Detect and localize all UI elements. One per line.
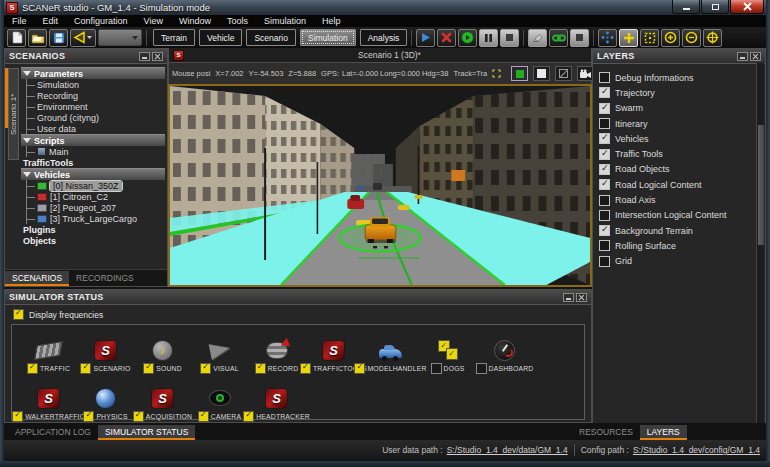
layer-checkbox[interactable]	[599, 103, 610, 114]
layer-checkbox[interactable]	[599, 240, 610, 251]
module-checkbox[interactable]	[354, 363, 365, 374]
module-checkbox[interactable]	[83, 411, 94, 422]
collapse-triangle-icon[interactable]	[23, 71, 31, 76]
layer-checkbox[interactable]	[599, 225, 610, 236]
module-checkbox[interactable]	[27, 363, 38, 374]
panel-minimize-icon[interactable]	[563, 293, 574, 302]
menu-help[interactable]: Help	[314, 15, 349, 27]
save-button[interactable]	[49, 29, 68, 47]
maximize-button[interactable]	[701, 0, 729, 14]
menu-configuration[interactable]: Configuration	[66, 15, 136, 27]
module-checkbox[interactable]	[198, 411, 209, 422]
tree-item-vehicle-3[interactable]: [3] Truck_LargeCargo	[27, 213, 165, 224]
scrollbar-thumb[interactable]	[758, 125, 764, 245]
scenario-combo-box[interactable]	[98, 29, 142, 46]
move-tool-button[interactable]	[619, 29, 638, 47]
panel-close-icon[interactable]	[152, 52, 163, 61]
menu-tools[interactable]: Tools	[219, 15, 256, 27]
render-wireframe-button[interactable]	[555, 66, 572, 81]
panel-minimize-icon[interactable]	[139, 52, 150, 61]
tab-application-log[interactable]: APPLICATION LOG	[8, 425, 98, 440]
center-target-button[interactable]	[703, 29, 722, 47]
tree-section-parameters[interactable]: Parameters	[21, 67, 165, 79]
module-checkbox[interactable]	[431, 363, 442, 374]
scenario-vertical-tab[interactable]: Scenario 1*	[8, 68, 19, 160]
stop-record-button[interactable]	[570, 29, 589, 47]
module-checkbox[interactable]	[243, 411, 254, 422]
tree-section-traffictools[interactable]: TrafficTools	[21, 157, 165, 168]
tree-item-main-script[interactable]: Main	[27, 146, 165, 157]
render-solid-button[interactable]	[533, 66, 550, 81]
scene-3d-view[interactable]	[168, 84, 592, 287]
render-shaded-button[interactable]	[511, 66, 528, 81]
tree-section-vehicles[interactable]: Vehicles	[21, 168, 165, 180]
user-data-path-link[interactable]: S:/Studio_1.4_dev/data/GM_1.4	[447, 445, 568, 455]
display-frequencies-checkbox[interactable]	[13, 309, 24, 320]
layer-checkbox[interactable]	[599, 133, 610, 144]
collapse-triangle-icon[interactable]	[23, 172, 31, 177]
title-bar[interactable]: S SCANeR studio - GM_1.4 - Simulation mo…	[0, 0, 770, 15]
tree-section-plugins[interactable]: Plugins	[21, 224, 165, 235]
menu-edit[interactable]: Edit	[35, 15, 67, 27]
module-checkbox[interactable]	[80, 363, 91, 374]
tree-section-objects[interactable]: Objects	[21, 235, 165, 246]
tab-scenario[interactable]: Scenario	[246, 29, 296, 46]
menu-view[interactable]: View	[136, 15, 171, 27]
module-checkbox[interactable]	[200, 363, 211, 374]
zoom-out-button[interactable]	[682, 29, 701, 47]
tab-layers[interactable]: LAYERS	[640, 425, 687, 440]
clear-button[interactable]	[528, 29, 547, 47]
scaner-mode-button[interactable]	[70, 29, 96, 47]
track-expand-icon[interactable]	[492, 69, 501, 78]
tree-item-recording[interactable]: Recording	[27, 90, 165, 101]
menu-simulation[interactable]: Simulation	[256, 15, 314, 27]
zoom-in-button[interactable]	[661, 29, 680, 47]
pause-button[interactable]	[479, 29, 498, 47]
tab-resources[interactable]: RESOURCES	[572, 425, 640, 440]
module-checkbox[interactable]	[476, 363, 487, 374]
zoom-region-button[interactable]	[640, 29, 659, 47]
tab-recordings[interactable]: RECORDINGS	[69, 271, 141, 286]
viewport-tab-title[interactable]: Scenario 1 (3D)*	[188, 50, 591, 60]
link-views-button[interactable]	[549, 29, 568, 47]
pan-view-button[interactable]	[598, 29, 617, 47]
tree-item-vehicle-0[interactable]: [0] Nissan_350Z	[27, 180, 165, 191]
layer-checkbox[interactable]	[599, 256, 610, 267]
tree-item-vehicle-1[interactable]: [1] Citroen_C2	[27, 191, 165, 202]
tree-item-vehicle-2[interactable]: [2] Peugeot_207	[27, 202, 165, 213]
tab-scenarios[interactable]: SCENARIOS	[5, 271, 69, 286]
panel-close-icon[interactable]	[750, 52, 761, 61]
minimize-button[interactable]	[672, 0, 700, 14]
tree-section-scripts[interactable]: Scripts	[21, 134, 165, 146]
collapse-triangle-icon[interactable]	[23, 138, 31, 143]
tree-item-ground[interactable]: Ground (cityng)	[27, 112, 165, 123]
layer-checkbox[interactable]	[599, 149, 610, 160]
layer-checkbox[interactable]	[599, 164, 610, 175]
module-checkbox[interactable]	[300, 363, 311, 374]
new-file-button[interactable]	[7, 29, 26, 47]
tab-simulator-status[interactable]: SIMULATOR STATUS	[98, 425, 195, 440]
tab-analysis[interactable]: Analysis	[360, 29, 408, 46]
module-checkbox[interactable]	[255, 363, 266, 374]
open-file-button[interactable]	[28, 29, 47, 47]
menu-window[interactable]: Window	[171, 15, 219, 27]
layer-checkbox[interactable]	[599, 118, 610, 129]
layer-checkbox[interactable]	[599, 72, 610, 83]
stop-playback-button[interactable]	[500, 29, 519, 47]
layer-checkbox[interactable]	[599, 179, 610, 190]
panel-minimize-icon[interactable]	[737, 52, 748, 61]
layer-checkbox[interactable]	[599, 87, 610, 98]
tree-item-environment[interactable]: Environment	[27, 101, 165, 112]
config-path-link[interactable]: S:/Studio_1.4_dev/config/GM_1.4	[633, 445, 760, 455]
module-checkbox[interactable]	[12, 411, 23, 422]
run-simulation-button[interactable]	[458, 29, 477, 47]
module-checkbox[interactable]	[143, 363, 154, 374]
layer-checkbox[interactable]	[599, 210, 610, 221]
tab-terrain[interactable]: Terrain	[153, 29, 195, 46]
play-step-button[interactable]	[416, 29, 435, 47]
tab-vehicle[interactable]: Vehicle	[199, 29, 242, 46]
layers-scrollbar[interactable]	[756, 63, 764, 428]
stop-simulation-button[interactable]	[437, 29, 456, 47]
panel-close-icon[interactable]	[576, 293, 587, 302]
tree-item-simulation[interactable]: Simulation	[27, 79, 165, 90]
